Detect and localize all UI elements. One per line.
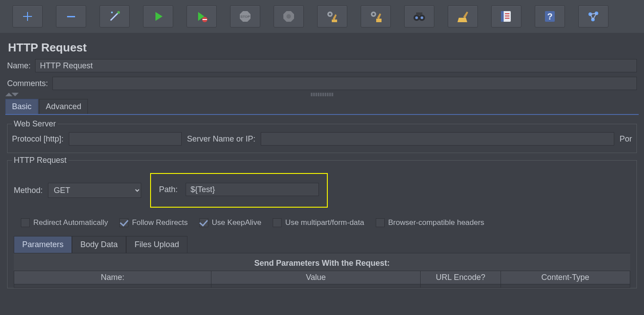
toolbar-stop-disabled-button[interactable]: [274, 5, 304, 28]
toolbar-add-button[interactable]: [12, 5, 43, 28]
subtab-body-data[interactable]: Body Data: [72, 236, 126, 253]
grip-icon: [311, 93, 333, 96]
svg-rect-17: [416, 12, 422, 15]
checkbox-icon: [376, 218, 385, 227]
stop-disabled-icon: [282, 10, 295, 23]
webserver-legend: Web Server: [12, 119, 58, 129]
report-icon: [500, 10, 513, 23]
toolbar-clear-button[interactable]: [448, 5, 478, 28]
svg-point-15: [415, 16, 418, 19]
svg-rect-4: [203, 19, 207, 20]
molecule-icon: [587, 10, 600, 23]
collapse-down-icon: [12, 93, 19, 96]
checkbox-icon: [199, 218, 208, 227]
tab-basic[interactable]: Basic: [5, 99, 38, 114]
main-toolbar: STOP ?: [0, 0, 644, 33]
play-icon: [152, 10, 164, 23]
browser-headers-checkbox[interactable]: Browser-compatible headers: [376, 218, 484, 227]
svg-point-8: [286, 14, 291, 19]
toolbar-cleanup2-button[interactable]: [361, 5, 391, 28]
toolbar-run-nopause-button[interactable]: [187, 5, 217, 28]
multipart-label: Use multipart/form-data: [285, 218, 364, 227]
webserver-fieldset: Web Server Protocol [http]: Server Name …: [7, 119, 637, 153]
gear-broom-icon: [326, 10, 339, 23]
multipart-checkbox[interactable]: Use multipart/form-data: [273, 218, 364, 227]
checkbox-icon: [119, 218, 128, 227]
port-label: Por: [620, 134, 632, 144]
name-label: Name:: [7, 61, 31, 71]
param-tabs: Parameters Body Data Files Upload: [14, 236, 632, 253]
toolbar-cleanup-button[interactable]: [317, 5, 347, 28]
minus-icon: [65, 10, 77, 23]
method-select[interactable]: GET: [48, 183, 141, 198]
col-name[interactable]: Name:: [14, 271, 211, 284]
comments-row: Comments:: [0, 76, 644, 91]
toolbar-run-button[interactable]: [143, 5, 173, 28]
gear-broom2-icon: [369, 10, 382, 23]
col-value[interactable]: Value: [211, 271, 421, 284]
redirect-auto-checkbox[interactable]: Redirect Automatically: [21, 218, 108, 227]
checkbox-icon: [21, 218, 30, 227]
svg-line-30: [593, 13, 596, 20]
httprequest-legend: HTTP Request: [12, 156, 68, 165]
name-row: Name:: [0, 58, 644, 73]
follow-redirects-label: Follow Redirects: [132, 218, 188, 227]
svg-point-12: [373, 13, 375, 16]
toolbar-stop-button[interactable]: STOP: [230, 5, 260, 28]
path-input[interactable]: [186, 183, 319, 196]
follow-redirects-checkbox[interactable]: Follow Redirects: [119, 218, 188, 227]
comments-input[interactable]: [52, 77, 637, 90]
keepalive-checkbox[interactable]: Use KeepAlive: [199, 218, 262, 227]
toolbar-remove-button[interactable]: [56, 5, 86, 28]
httprequest-fieldset: HTTP Request Method: GET Path: Redirect …: [7, 156, 637, 288]
toolbar-plugins-button[interactable]: [578, 5, 608, 28]
svg-text:STOP: STOP: [240, 15, 250, 19]
protocol-input[interactable]: [69, 132, 182, 146]
svg-point-2: [111, 12, 113, 13]
svg-rect-19: [501, 11, 504, 22]
page-title: HTTP Request: [0, 33, 644, 58]
help-icon: ?: [543, 10, 557, 23]
browser-headers-label: Browser-compatible headers: [388, 218, 484, 227]
subtab-parameters[interactable]: Parameters: [14, 236, 72, 253]
servername-label: Server Name or IP:: [187, 134, 255, 144]
col-ctype[interactable]: Content-Type: [501, 271, 630, 284]
col-enc[interactable]: URL Encode?: [421, 271, 501, 284]
svg-point-1: [117, 11, 120, 14]
path-callout: Path:: [150, 173, 328, 208]
name-input[interactable]: [35, 59, 637, 72]
protocol-label: Protocol [http]:: [12, 134, 64, 144]
table-row[interactable]: [14, 284, 630, 288]
plus-icon: [21, 10, 34, 23]
options-row: Redirect Automatically Follow Redirects …: [21, 218, 632, 227]
method-label: Method:: [14, 186, 43, 195]
svg-point-16: [421, 16, 423, 19]
toolbar-wand-button[interactable]: [99, 5, 130, 28]
subtab-files-upload[interactable]: Files Upload: [126, 236, 187, 253]
stop-icon: STOP: [239, 10, 252, 23]
play-no-icon: [195, 10, 208, 23]
toolbar-report-button[interactable]: [491, 5, 521, 28]
binoculars-icon: [413, 10, 426, 23]
redirect-auto-label: Redirect Automatically: [33, 218, 108, 227]
svg-point-10: [329, 13, 331, 16]
path-label: Path:: [159, 185, 178, 194]
toolbar-help-button[interactable]: ?: [535, 5, 565, 28]
collapse-handle[interactable]: [0, 91, 644, 98]
servername-input[interactable]: [261, 132, 614, 146]
tab-advanced[interactable]: Advanced: [39, 99, 88, 114]
comments-label: Comments:: [7, 79, 48, 88]
checkbox-icon: [273, 218, 282, 227]
parameters-title: Send Parameters With the Request:: [14, 253, 630, 271]
wand-icon: [108, 10, 121, 23]
parameters-table: Name: Value URL Encode? Content-Type: [14, 271, 630, 288]
keepalive-label: Use KeepAlive: [212, 218, 262, 227]
broom-icon: [456, 10, 469, 23]
toolbar-search-button[interactable]: [404, 5, 434, 28]
svg-line-0: [111, 13, 118, 20]
tab-underline: [5, 114, 639, 115]
top-tabs: Basic Advanced: [0, 98, 644, 114]
svg-text:?: ?: [547, 12, 553, 21]
